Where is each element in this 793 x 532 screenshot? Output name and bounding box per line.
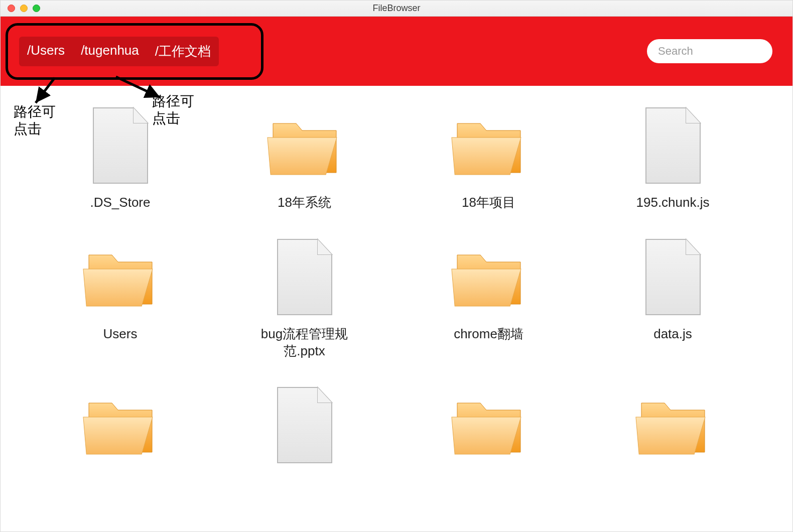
search-input[interactable] [647,39,772,63]
folder-item[interactable]: Users [31,232,210,360]
folder-icon [451,232,526,323]
annotation-note-1: 路径可点击 [14,103,59,137]
folder-item[interactable]: chrome翻墙 [399,232,578,360]
file-icon [635,232,711,323]
window: FileBrowser /Users /tugenhua /工作文档 路径可点击… [0,0,793,532]
file-item[interactable]: 195.chunk.js [583,101,762,211]
file-icon [267,232,342,323]
maximize-window-button[interactable] [33,5,40,12]
folder-icon [83,380,158,471]
breadcrumb-annotation-box: /Users /tugenhua /工作文档 [6,23,263,80]
folder-icon [451,380,526,471]
file-icon [83,101,158,191]
folder-item[interactable]: 18年项目 [399,101,578,211]
window-title: FileBrowser [1,3,792,14]
item-label: 18年项目 [462,194,515,211]
item-label: data.js [653,326,692,343]
breadcrumb: /Users /tugenhua /工作文档 [19,37,219,66]
item-label: bug流程管理规范.pptx [244,326,365,360]
item-label: chrome翻墙 [454,326,523,343]
folder-item[interactable] [399,380,578,474]
file-icon [635,101,711,191]
folder-icon [83,232,158,323]
window-controls [8,5,40,12]
breadcrumb-segment-tugenhua[interactable]: /tugenhua [73,37,147,66]
breadcrumb-segment-workdocs[interactable]: /工作文档 [147,37,219,66]
minimize-window-button[interactable] [20,5,28,12]
file-icon [267,380,342,471]
folder-icon [451,101,526,191]
annotation-note-2: 路径可点击 [152,93,197,126]
folder-item[interactable]: 18年系统 [215,101,394,211]
file-item[interactable]: bug流程管理规范.pptx [215,232,394,360]
titlebar: FileBrowser [1,1,792,17]
item-label: 195.chunk.js [636,194,710,211]
file-item[interactable] [215,380,394,474]
folder-icon [267,101,342,191]
item-label: 18年系统 [278,194,331,211]
folder-icon [635,380,711,471]
file-grid-area: .DS_Store 18年系统 18年项目 195.chunk.js Users… [1,86,792,531]
file-item[interactable]: data.js [583,232,762,360]
item-label: Users [103,326,138,343]
item-label: .DS_Store [90,194,151,211]
folder-item[interactable] [31,380,210,474]
header-bar: /Users /tugenhua /工作文档 [1,17,792,86]
folder-item[interactable] [583,380,762,474]
breadcrumb-segment-users[interactable]: /Users [19,37,73,66]
close-window-button[interactable] [8,5,15,12]
